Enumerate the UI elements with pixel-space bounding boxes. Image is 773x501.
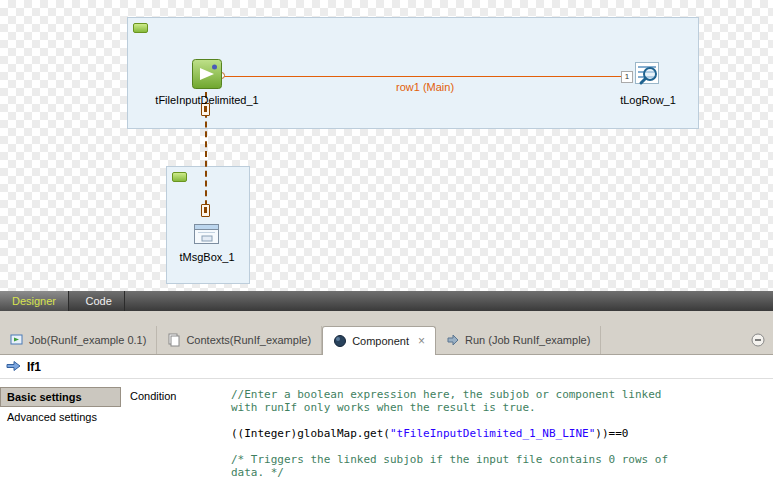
tab-code[interactable]: Code [73,291,124,311]
tmsgbox-icon [193,222,221,246]
nav-advanced-settings[interactable]: Advanced settings [0,407,121,427]
code-comment-line: /* Triggers the linked subjob if the inp… [231,453,769,466]
panel-header: If1 [0,355,773,379]
expr-string: "tFileInputDelimited_1_NB_LINE" [390,427,595,440]
talend-studio-window: row1 (Main) 1 tFileInputDelimited_1 [0,0,773,501]
minimize-icon [751,333,765,350]
close-icon[interactable]: × [418,334,425,348]
settings-nav: Basic settings Advanced settings [0,387,121,427]
tab-contexts[interactable]: Contexts(RunIf_example) [157,326,322,354]
component-icon [333,334,347,348]
job-icon [10,333,24,347]
nav-basic-settings[interactable]: Basic settings [0,387,121,407]
trigger-handle-bottom-icon[interactable] [201,204,210,217]
code-blank-line [231,440,769,453]
editor-tab-bar: Job(RunIf_example 0.1) Contexts(RunIf_ex… [0,326,773,355]
code-expression-line: ((Integer)globalMap.get("tFileInputDelim… [231,427,769,440]
subjob-collapse-button[interactable] [133,23,148,33]
code-comment-line: //Enter a boolean expression here, the s… [231,388,769,401]
connection-row1-line[interactable] [224,76,630,77]
component-tmsgbox[interactable]: tMsgBox_1 [145,222,269,263]
tab-job[interactable]: Job(RunIf_example 0.1) [0,326,157,354]
tab-designer[interactable]: Designer [0,291,69,311]
expr-prefix: ((Integer)globalMap.get( [231,427,390,440]
expr-suffix: ))==0 [595,427,628,440]
tab-run[interactable]: Run (Job RunIf_example) [436,326,601,354]
contexts-icon [167,333,181,347]
condition-label: Condition [130,390,176,402]
code-blank-line [231,414,769,427]
connection-row1-label[interactable]: row1 (Main) [396,81,454,93]
subjob-collapse-button[interactable] [172,172,187,182]
design-canvas[interactable]: row1 (Main) 1 tFileInputDelimited_1 [0,0,773,291]
panel-body: Basic settings Advanced settings Conditi… [0,379,773,501]
run-icon [446,333,460,347]
tab-job-label: Job(RunIf_example 0.1) [29,334,146,346]
component-panel: If1 Basic settings Advanced settings Con… [0,355,773,501]
component-tfileinputdelimited[interactable]: tFileInputDelimited_1 [145,59,269,106]
tab-run-label: Run (Job RunIf_example) [465,334,590,346]
component-tlogrow[interactable]: tLogRow_1 [586,59,710,106]
component-label: tLogRow_1 [586,94,710,106]
condition-code-editor[interactable]: //Enter a boolean expression here, the s… [231,388,769,501]
tab-contexts-label: Contexts(RunIf_example) [186,334,311,346]
tab-component-label: Component [352,335,409,347]
component-label: tMsgBox_1 [145,251,269,263]
code-comment-line: with runIf only works when the result is… [231,401,769,414]
minimize-button[interactable] [751,333,765,347]
tfileinputdelimited-icon [192,59,222,89]
panel-title: If1 [27,360,41,374]
component-label: tFileInputDelimited_1 [145,94,269,106]
code-comment-line: data. */ [231,466,769,479]
tlogrow-icon [633,59,663,89]
separator-strip [0,311,773,326]
tab-component[interactable]: Component × [322,326,436,355]
if-arrow-icon [6,358,21,376]
view-tab-bar: Designer Code [0,291,773,311]
